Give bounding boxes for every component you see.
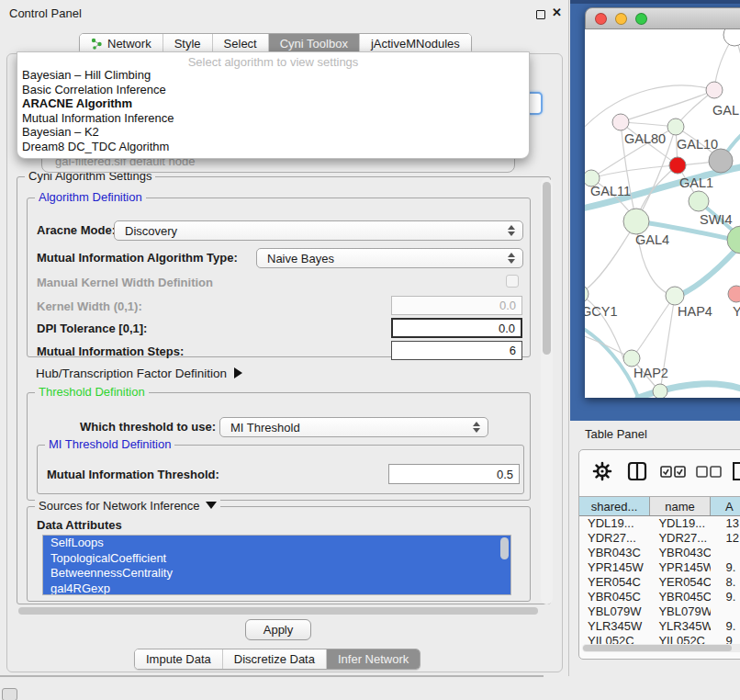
dpi-tolerance-field[interactable]: 0.0: [391, 318, 522, 338]
scrollbar-thumb[interactable]: [543, 182, 551, 355]
tab-cyni-toolbox[interactable]: Cyni Toolbox: [269, 34, 360, 53]
table-row[interactable]: YBR043CYBR043C: [579, 546, 740, 560]
kernel-width-field[interactable]: 0.0: [391, 296, 522, 315]
split-columns-icon[interactable]: [627, 461, 647, 485]
network-node-label: HAP4: [678, 304, 712, 319]
mi-threshold-field[interactable]: 0.5: [388, 464, 520, 484]
scrollbar-thumb[interactable]: [583, 645, 732, 651]
spinner-arrows-icon: [508, 253, 515, 264]
deselect-checkboxes-icon[interactable]: [696, 465, 722, 481]
network-node[interactable]: [727, 226, 740, 254]
network-canvas[interactable]: GALGAL80GAL10GAL1GAL11SWI4GAL4GCY1HAP4YH…: [585, 29, 740, 398]
column-header-shared-name[interactable]: shared...: [579, 497, 650, 515]
close-window-icon[interactable]: [595, 13, 607, 25]
network-node[interactable]: [666, 287, 684, 305]
hub-definition-toggle[interactable]: Hub/Transcription Factor Definition: [36, 367, 242, 380]
minimize-window-icon[interactable]: [615, 13, 627, 25]
network-node[interactable]: [669, 157, 686, 174]
table-row[interactable]: YPR145WYPR145W9.: [579, 560, 740, 575]
network-window-titlebar[interactable]: [585, 7, 740, 29]
network-edge[interactable]: [585, 221, 636, 294]
table-row[interactable]: YDL19...YDL19...13: [579, 516, 740, 531]
tab-select[interactable]: Select: [213, 34, 269, 53]
table-cell: YDR27...: [579, 531, 650, 546]
settings-gear-icon[interactable]: [592, 461, 612, 485]
network-edge[interactable]: [585, 85, 714, 132]
column-header-name[interactable]: name: [650, 497, 711, 515]
network-node[interactable]: [728, 286, 740, 302]
table-cell: 8.: [711, 575, 740, 590]
algorithm-option[interactable]: Bayesian – Hill Climbing: [17, 68, 529, 83]
algorithm-option[interactable]: Bayesian – K2: [17, 125, 529, 140]
kernel-width-label: Kernel Width (0,1):: [37, 299, 142, 313]
mi-steps-field[interactable]: 6: [391, 341, 522, 360]
network-view-window[interactable]: GALGAL80GAL10GAL1GAL11SWI4GAL4GCY1HAP4YH…: [585, 7, 740, 398]
attribute-list-item[interactable]: TopologicalCoefficient: [43, 551, 510, 567]
data-attributes-label: Data Attributes: [37, 518, 122, 532]
tab-label: Impute Data: [146, 652, 211, 666]
settings-vertical-scrollbar[interactable]: [541, 178, 553, 604]
table-row[interactable]: YDR27...YDR27...12: [579, 531, 740, 546]
tab-jactivemnodules[interactable]: jActiveMNodules: [360, 34, 471, 53]
network-node[interactable]: [623, 209, 649, 234]
scrollbar-thumb[interactable]: [18, 607, 538, 615]
which-threshold-select[interactable]: MI Threshold: [219, 417, 488, 437]
sources-toggle[interactable]: Sources for Network Inference: [35, 499, 220, 513]
zoom-window-icon[interactable]: [635, 13, 647, 25]
attribute-list-item[interactable]: SelfLoops: [43, 536, 510, 551]
table-cell: 12: [711, 531, 740, 546]
mi-type-value: Naive Bayes: [267, 252, 334, 265]
algorithm-dropdown-list: Select algorithm to view settings Bayesi…: [17, 51, 530, 159]
tab-style[interactable]: Style: [163, 34, 213, 53]
table-row[interactable]: YBL079WYBL079W: [579, 604, 740, 619]
network-node[interactable]: [623, 350, 640, 367]
table-row[interactable]: YER054CYER054C8.: [579, 575, 740, 590]
network-node[interactable]: [667, 119, 684, 135]
network-node[interactable]: [689, 191, 709, 211]
column-header-partial[interactable]: A: [711, 497, 740, 515]
network-edge[interactable]: [632, 296, 675, 358]
list-scrollbar[interactable]: [500, 537, 509, 559]
network-node[interactable]: [653, 384, 667, 398]
sources-title: Sources for Network Inference: [39, 499, 200, 513]
new-column-icon[interactable]: [731, 461, 740, 485]
tab-label: Cyni Toolbox: [280, 37, 348, 51]
tab-impute-data[interactable]: Impute Data: [135, 649, 223, 669]
algorithm-option[interactable]: Mutual Information Inference: [17, 111, 529, 126]
mi-algorithm-type-select[interactable]: Naive Bayes: [256, 248, 523, 268]
algorithm-option[interactable]: Basic Correlation Inference: [17, 83, 529, 97]
settings-horizontal-scrollbar[interactable]: [17, 605, 542, 616]
network-edge[interactable]: [621, 90, 714, 122]
algorithm-option[interactable]: ARACNE Algorithm: [17, 96, 529, 111]
tab-infer-network[interactable]: Infer Network: [327, 649, 420, 669]
table-row[interactable]: YBR045CYBR045C9.: [579, 590, 740, 604]
float-panel-icon[interactable]: [536, 10, 545, 19]
tab-discretize-data[interactable]: Discretize Data: [223, 649, 327, 669]
attribute-list-item[interactable]: gal4RGexp: [43, 581, 510, 596]
network-node[interactable]: [612, 114, 629, 130]
manual-kernel-label: Manual Kernel Width Definition: [37, 276, 213, 289]
expand-right-icon: [234, 367, 242, 378]
table-cell: YDL19...: [579, 516, 650, 531]
network-node[interactable]: [723, 29, 740, 46]
table-row[interactable]: YLR345WYLR345W9.: [579, 619, 740, 634]
tab-network[interactable]: Network: [80, 34, 163, 53]
algorithm-option[interactable]: Dream8 DC_TDC Algorithm: [17, 140, 529, 154]
apply-label: Apply: [263, 623, 294, 637]
corner-button[interactable]: [2, 688, 17, 700]
attribute-list-item[interactable]: BetweennessCentrality: [43, 566, 510, 581]
network-node-label: GCY1: [585, 304, 618, 319]
mi-threshold-value: 0.5: [497, 468, 513, 481]
aracne-mode-select[interactable]: Discovery: [114, 220, 523, 241]
network-node[interactable]: [706, 82, 723, 98]
manual-kernel-checkbox[interactable]: [506, 275, 519, 288]
data-attributes-list[interactable]: SelfLoopsTopologicalCoefficientBetweenne…: [42, 535, 511, 595]
control-panel-titlebar: Control Panel ✕: [0, 0, 568, 28]
apply-button[interactable]: Apply: [245, 619, 311, 640]
close-panel-icon[interactable]: ✕: [552, 6, 562, 19]
table-horizontal-scrollbar[interactable]: [582, 644, 740, 652]
network-node-label: GAL11: [590, 184, 631, 198]
select-all-checkboxes-icon[interactable]: [660, 465, 686, 481]
network-node[interactable]: [709, 149, 733, 173]
table-cell: YLR345W: [650, 619, 711, 634]
